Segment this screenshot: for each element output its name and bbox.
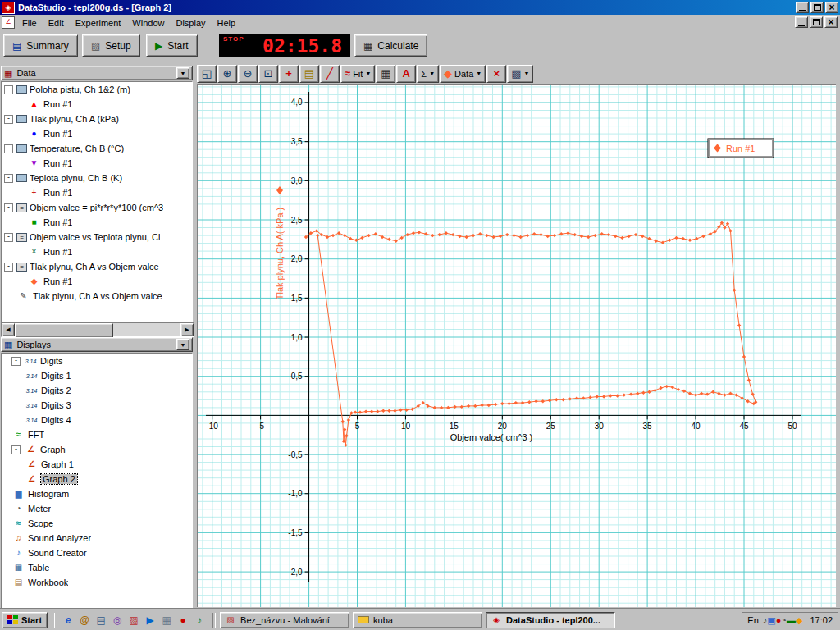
outlook-icon[interactable]: @ — [78, 614, 91, 627]
display-tree-item[interactable]: ▦Table — [2, 560, 192, 575]
run-tree-item[interactable]: ◆Run #1 — [2, 274, 192, 289]
scrollbar-thumb[interactable] — [15, 323, 113, 338]
close-button[interactable] — [825, 2, 838, 13]
zoom-in-button[interactable]: ⊕ — [217, 65, 237, 83]
channels-icon[interactable]: ◎ — [111, 614, 124, 627]
scale-to-fit-button[interactable]: ◱ — [197, 65, 217, 83]
antivirus-icon[interactable]: ● — [176, 614, 189, 627]
menu-file[interactable]: File — [16, 16, 43, 30]
zoom-select-button[interactable]: ⊡ — [258, 65, 278, 83]
display-tree-item[interactable]: -∠Graph — [2, 442, 192, 457]
slope-tool-button[interactable]: ╱ — [320, 65, 340, 83]
graph-settings-button[interactable]: ▩▼ — [507, 65, 533, 83]
messenger-icon[interactable]: ◆ — [796, 615, 802, 625]
display-icon[interactable]: ▣ — [767, 615, 775, 625]
music-icon[interactable]: ♪ — [193, 614, 206, 627]
displays-panel-menu-button[interactable]: ▼ — [176, 339, 189, 350]
child-minimize-button[interactable] — [795, 16, 808, 28]
summary-button[interactable]: ▤ Summary — [3, 34, 78, 57]
zoom-out-button[interactable]: ⊖ — [238, 65, 258, 83]
display-tree-item[interactable]: -3.14Digits — [2, 354, 192, 368]
collapse-icon[interactable]: - — [4, 174, 13, 183]
data-tree-item[interactable]: -=Tlak plynu, Ch A vs Objem valce — [2, 259, 192, 274]
data-panel-menu-button[interactable]: ▼ — [176, 67, 189, 79]
display-tree-item[interactable]: ♫Sound Analyzer — [2, 531, 192, 546]
menu-window[interactable]: Window — [126, 16, 170, 30]
menu-edit[interactable]: Edit — [43, 16, 70, 30]
display-tree-item[interactable]: 3.14Digits 4 — [2, 413, 192, 427]
collapse-icon[interactable]: - — [4, 85, 13, 94]
start-recording-button[interactable]: ▶ Start — [146, 34, 198, 57]
paint-quicklaunch-icon[interactable]: ▨ — [127, 614, 140, 627]
graph-plot[interactable]: -10-551015202530354045504,03,53,02,52,01… — [198, 85, 836, 607]
run-tree-item[interactable]: +Run #1 — [2, 185, 192, 200]
data-tree-item[interactable]: -Tlak plynu, Ch A (kPa) — [2, 112, 192, 126]
child-restore-button[interactable] — [810, 16, 823, 28]
restore-icon — [814, 4, 821, 11]
display-tree-item[interactable]: 3.14Digits 3 — [2, 398, 192, 413]
menu-experiment[interactable]: Experiment — [70, 16, 127, 30]
display-tree-item[interactable]: 3.14Digits 1 — [2, 368, 192, 383]
fit-menu-button[interactable]: ≈Fit▼ — [340, 65, 375, 83]
display-tree-item[interactable]: ▤Workbook — [2, 575, 192, 590]
run-tree-item[interactable]: ▼Run #1 — [2, 156, 192, 171]
internet-explorer-icon[interactable]: e — [62, 614, 75, 627]
data-tree-item[interactable]: -Teplota plynu, Ch B (K) — [2, 171, 192, 185]
display-tree-item[interactable]: ♪Sound Creator — [2, 546, 192, 560]
data-tree-item[interactable]: -=Objem valce vs Teplota plynu, Cl — [2, 230, 192, 244]
run-tree-item[interactable]: ■Run #1 — [2, 215, 192, 230]
collapse-icon[interactable]: - — [4, 144, 13, 153]
setup-button[interactable]: ▨ Setup — [82, 34, 140, 57]
display-tree-item[interactable]: 3.14Digits 2 — [2, 383, 192, 398]
scheduler-icon[interactable]: ◔ — [781, 615, 787, 625]
scroll-right-button[interactable]: ▶ — [180, 323, 194, 336]
note-tool-button[interactable]: ▤ — [299, 65, 319, 83]
scroll-left-button[interactable]: ◀ — [2, 323, 15, 336]
display-tree-item[interactable]: ∠Graph 1 — [2, 457, 192, 472]
data-tree-item[interactable]: ✎Tlak plynu, Ch A vs Objem valce — [2, 289, 192, 304]
task-button[interactable]: kuba — [353, 612, 482, 628]
calculator-button[interactable]: ▦ — [376, 65, 395, 83]
show-desktop-icon[interactable]: ▤ — [94, 614, 107, 627]
keyboard-layout-indicator[interactable]: En — [747, 615, 758, 625]
restore-button[interactable] — [810, 2, 824, 13]
display-tree-item[interactable]: ≈Scope — [2, 516, 192, 531]
collapse-icon[interactable]: - — [4, 262, 13, 272]
y-tick-label: 2,5 — [291, 216, 303, 225]
collapse-icon[interactable]: - — [4, 203, 13, 212]
task-button[interactable]: ◈DataStudio - tepl200... — [486, 612, 615, 628]
data-panel-header: ▦ Data ▼ — [1, 66, 193, 80]
data-item-label: Tlak plynu, Ch A (kPa) — [30, 114, 119, 124]
child-close-button[interactable] — [824, 16, 838, 28]
smart-tool-button[interactable]: + — [279, 65, 299, 83]
data-menu-button[interactable]: ◆Data▼ — [440, 65, 486, 83]
collapse-icon[interactable]: - — [11, 445, 21, 454]
calculate-button[interactable]: ▦ Calculate — [354, 34, 427, 57]
data-tree-item[interactable]: -Poloha pistu, Ch 1&2 (m) — [2, 82, 192, 97]
start-menu-button[interactable]: Start — [2, 612, 48, 628]
text-annotation-button[interactable]: A — [396, 65, 416, 83]
collapse-icon[interactable]: - — [11, 357, 21, 366]
display-tree-item[interactable]: ≈FFT — [2, 427, 192, 442]
data-tree-item[interactable]: -Temperature, Ch B (°C) — [2, 141, 192, 156]
media-player-icon[interactable]: ▶ — [144, 614, 157, 627]
delete-button[interactable]: × — [486, 65, 506, 83]
x-tick-label: 15 — [450, 422, 459, 431]
menu-help[interactable]: Help — [212, 16, 242, 30]
collapse-icon[interactable]: - — [4, 115, 13, 124]
data-tree-item[interactable]: -=Objem valce = pi*r*r*y*100 (cm^3 — [2, 200, 192, 215]
document-icon[interactable]: ▦ — [160, 614, 173, 627]
network-icon[interactable]: ▬ — [787, 615, 796, 625]
task-button[interactable]: ▨Bez_názvu - Malování — [220, 612, 349, 628]
data-tree-hscrollbar[interactable]: ◀ ▶ — [1, 322, 194, 337]
collapse-icon[interactable]: - — [4, 233, 13, 242]
minimize-button[interactable] — [796, 2, 809, 13]
run-tree-item[interactable]: ▲Run #1 — [2, 97, 192, 112]
run-tree-item[interactable]: ×Run #1 — [2, 244, 192, 259]
run-tree-item[interactable]: ●Run #1 — [2, 126, 192, 141]
display-tree-item[interactable]: ◔Meter — [2, 501, 192, 516]
menu-display[interactable]: Display — [170, 16, 211, 30]
display-tree-item[interactable]: ▆Histogram — [2, 486, 192, 501]
statistics-button[interactable]: Σ▼ — [417, 65, 439, 83]
display-tree-item[interactable]: ∠Graph 2 — [2, 472, 192, 486]
